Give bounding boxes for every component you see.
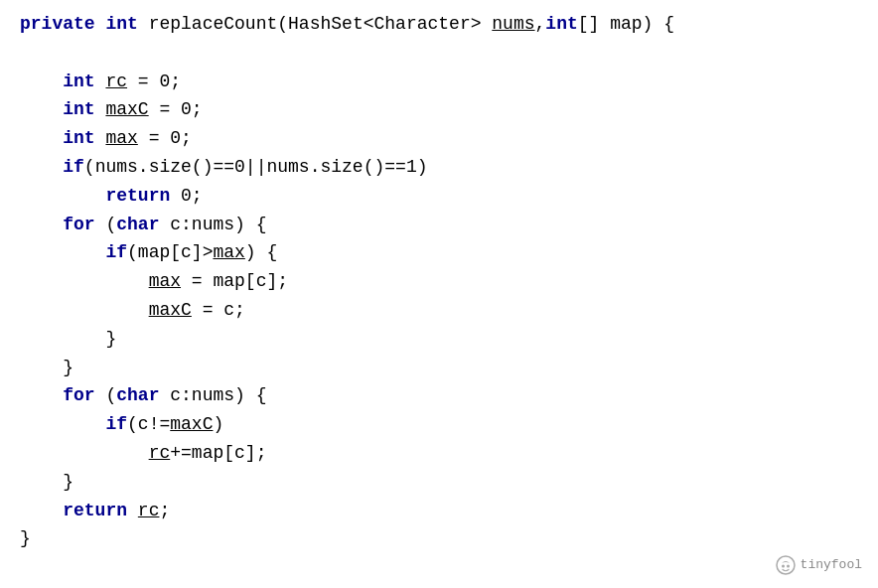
logo-text: tinyfool bbox=[801, 555, 862, 576]
kw-int-rc: int bbox=[63, 72, 94, 91]
code-line-14: for (char c:nums) { bbox=[20, 381, 858, 410]
code-line-7: return 0; bbox=[20, 182, 858, 211]
kw-if-2: if bbox=[105, 242, 127, 262]
code-line-11: maxC = c; bbox=[20, 296, 858, 325]
kw-if-1: if bbox=[63, 157, 84, 177]
code-line-9: if(map[c]>max) { bbox=[20, 238, 858, 267]
code-line-13: } bbox=[20, 354, 858, 382]
kw-char-1: char bbox=[116, 215, 159, 234]
code-line-19: } bbox=[20, 524, 858, 553]
var-nums-1: nums bbox=[492, 14, 534, 34]
var-maxC-1: maxC bbox=[105, 99, 148, 119]
var-maxC-2: maxC bbox=[149, 300, 192, 320]
var-max-3: max bbox=[149, 271, 181, 291]
code-line-10: max = map[c]; bbox=[20, 267, 858, 296]
code-container: private int replaceCount(HashSet<Charact… bbox=[0, 0, 878, 588]
code-line-5: int max = 0; bbox=[20, 124, 858, 153]
kw-return-rc: return bbox=[63, 501, 127, 520]
kw-int-maxC: int bbox=[63, 99, 94, 119]
code-line-6: if(nums.size()==0||nums.size()==1) bbox=[20, 153, 858, 182]
kw-return-0: return bbox=[105, 186, 170, 206]
code-line-16: rc+=map[c]; bbox=[20, 439, 858, 468]
kw-char-2: char bbox=[116, 385, 159, 405]
var-rc-return: rc bbox=[138, 501, 160, 520]
kw-int-max: int bbox=[63, 128, 94, 148]
kw-int-1: int bbox=[105, 14, 137, 34]
var-rc-2: rc bbox=[149, 443, 171, 463]
kw-if-3: if bbox=[105, 414, 127, 434]
kw-for-2: for bbox=[63, 385, 94, 405]
code-line-4: int maxC = 0; bbox=[20, 95, 858, 124]
var-max-2: max bbox=[213, 242, 244, 262]
code-line-8: for (char c:nums) { bbox=[20, 211, 858, 239]
tinyfool-logo-icon bbox=[775, 554, 797, 576]
var-max-1: max bbox=[105, 128, 137, 148]
code-line-3: int rc = 0; bbox=[20, 68, 858, 96]
kw-for-1: for bbox=[63, 215, 94, 234]
code-line-blank1 bbox=[20, 39, 858, 68]
var-maxC-3: maxC bbox=[170, 414, 213, 434]
logo: tinyfool bbox=[775, 554, 862, 576]
code-line-1: private int replaceCount(HashSet<Charact… bbox=[20, 10, 858, 39]
code-line-18: return rc; bbox=[20, 497, 858, 525]
svg-point-1 bbox=[782, 565, 785, 568]
svg-point-2 bbox=[787, 565, 790, 568]
var-rc: rc bbox=[105, 72, 127, 91]
kw-private: private bbox=[20, 14, 95, 34]
code-line-15: if(c!=maxC) bbox=[20, 410, 858, 439]
code-line-17: } bbox=[20, 468, 858, 497]
code-line-12: } bbox=[20, 325, 858, 354]
kw-int-arr: int bbox=[545, 14, 577, 34]
